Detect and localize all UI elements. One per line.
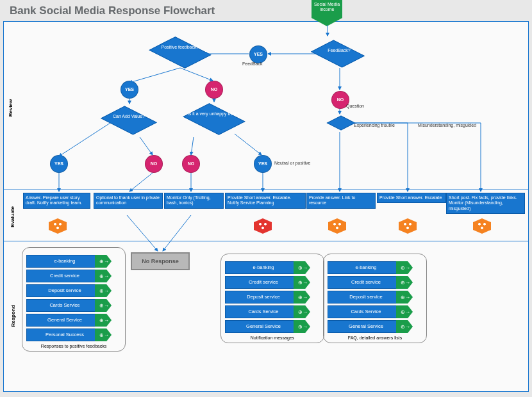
flowchart-frame: Social Media Income Review Evaluate Resp… <box>3 21 529 392</box>
service-item: Deposit service <box>225 291 302 304</box>
service-item: Deposit service <box>26 284 103 297</box>
service-item: e-banking <box>26 255 103 268</box>
chart-title: Bank Social Media Response Flowchart <box>10 4 529 17</box>
no-response: No Response <box>131 252 190 270</box>
decision-addvalue <box>101 106 157 135</box>
decision-feedback <box>311 40 365 68</box>
lane-respond: Respond <box>10 305 16 327</box>
service-item: Cards Service <box>225 305 302 318</box>
edge-misunderstanding: Misunderstanding, misguided <box>418 123 476 127</box>
service-item: General Service <box>26 314 103 327</box>
eval-5: Provide answer. Link to resource <box>306 193 376 209</box>
service-item: e-banking <box>225 261 302 274</box>
no-circle-2: NO <box>145 155 163 173</box>
service-item: Cards Service <box>328 305 404 318</box>
service-item: Deposit service <box>328 291 404 304</box>
no-circle-3: NO <box>182 155 200 173</box>
yes-circle-4: YES <box>254 155 272 173</box>
hex-4 <box>399 218 417 234</box>
lane-review: Review <box>8 99 13 117</box>
lane-evaluate: Evaluate <box>10 206 15 227</box>
service-item: Credit service <box>26 270 103 282</box>
service-item: Personal Success <box>26 328 103 341</box>
service-item: General Service <box>225 320 302 333</box>
eval-1: Answer. Prepare user story draft. Notify… <box>23 193 90 209</box>
edge-experiencing: Experiencing trouble <box>354 123 395 127</box>
eval-3: Monitor Only (Trolling, bash, ironics) <box>164 193 224 209</box>
eval-6: Provide Short answer. Escalate <box>377 193 446 203</box>
group-positive-title: Responses to positive feedbacks <box>26 344 121 348</box>
no-circle-1: NO <box>205 81 223 99</box>
edge-feedback: FeedBack <box>242 61 263 66</box>
yes-circle-1: YES <box>249 45 267 63</box>
group-notification-title: Notification messages <box>225 336 320 340</box>
group-faq: e-bankingCredit serviceDeposit serviceCa… <box>323 254 427 343</box>
service-item: Credit service <box>225 276 302 289</box>
eval-2: Optional to thank user in private commun… <box>94 193 163 209</box>
eval-7: Short post. Fix facts, provide links. Mo… <box>446 193 525 214</box>
yes-circle-2: YES <box>121 81 138 99</box>
hex-5 <box>473 218 491 234</box>
group-positive: e-bankingCredit serviceDeposit serviceCa… <box>22 247 126 352</box>
service-item: General Service <box>328 320 404 333</box>
yes-circle-3: YES <box>50 155 68 173</box>
eval-4: Provide Short answer. Escalate. Notify S… <box>225 193 306 209</box>
decision-positive <box>149 36 211 69</box>
service-item: Credit service <box>328 276 404 289</box>
service-item: e-banking <box>328 261 404 274</box>
decision-unhappy <box>183 103 245 135</box>
edge-question: Question <box>346 104 364 108</box>
start-node: Social Media Income <box>312 0 342 26</box>
hex-2 <box>254 218 272 234</box>
service-item: Cards Service <box>26 299 103 312</box>
hex-1 <box>49 218 67 234</box>
decision-question <box>327 116 356 131</box>
group-faq-title: FAQ, detailed answers lists <box>328 336 422 340</box>
group-notification: e-bankingCredit serviceDeposit serviceCa… <box>220 254 324 343</box>
hex-3 <box>328 218 346 234</box>
edge-neutral: Neutral or positive <box>274 161 310 165</box>
